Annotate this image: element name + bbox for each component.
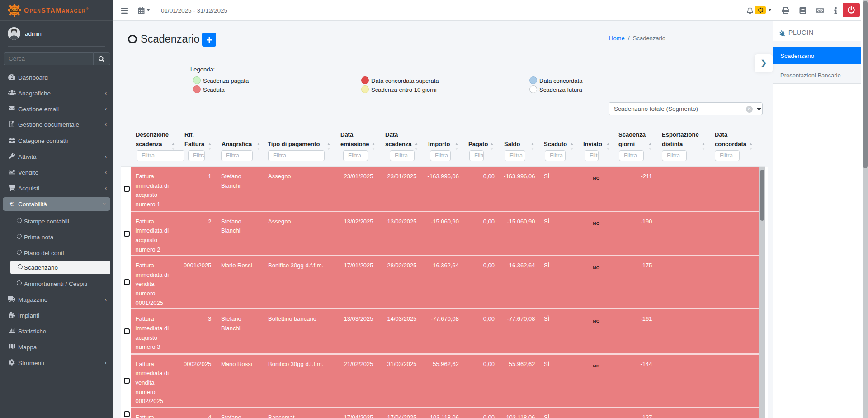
- svg-text:OSM: OSM: [11, 9, 18, 12]
